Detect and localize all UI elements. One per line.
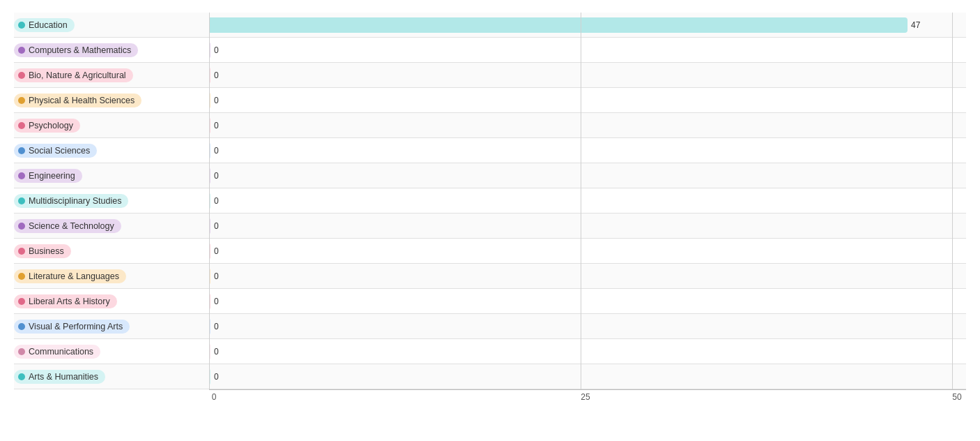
pill-dot (18, 373, 25, 380)
bar-fill (209, 269, 210, 284)
bar-label: Engineering (14, 169, 209, 183)
bar-fill (209, 17, 908, 33)
bar-container: 0 (209, 193, 966, 209)
bar-row: Social Sciences0 (14, 138, 966, 163)
pill-dot (18, 22, 25, 29)
bar-label: Psychology (14, 119, 209, 133)
bar-label-text: Communications (29, 347, 93, 357)
bar-fill (209, 369, 210, 384)
bar-fill (209, 143, 210, 158)
pill-dot (18, 223, 25, 230)
bar-row: Education47 (14, 13, 966, 38)
bar-label: Computers & Mathematics (14, 43, 209, 57)
bar-container: 0 (209, 244, 966, 259)
bar-label-text: Business (29, 246, 64, 256)
bar-container: 0 (209, 118, 966, 133)
bar-label-text: Science & Technology (29, 221, 114, 231)
bar-fill (209, 319, 210, 334)
pill-dot (18, 298, 25, 305)
bar-value-label: 0 (214, 271, 219, 281)
bar-row: Business0 (14, 239, 966, 264)
bar-label-text: Arts & Humanities (29, 372, 98, 382)
bar-row: Science & Technology0 (14, 214, 966, 239)
bar-label: Multidisciplinary Studies (14, 194, 209, 208)
bar-label-text: Liberal Arts & History (29, 297, 110, 306)
pill-dot (18, 348, 25, 355)
bar-value-label: 0 (214, 171, 219, 181)
x-tick: 25 (575, 392, 596, 402)
bar-container: 0 (209, 319, 966, 334)
bar-label-text: Social Sciences (29, 146, 90, 156)
bar-label-text: Bio, Nature & Agricultural (29, 70, 126, 80)
bar-label: Communications (14, 345, 209, 359)
bar-fill (209, 118, 210, 133)
bar-container: 0 (209, 143, 966, 158)
bar-container: 0 (209, 269, 966, 284)
bar-row: Literature & Languages0 (14, 264, 966, 289)
bar-row: Computers & Mathematics0 (14, 38, 966, 63)
bar-label-text: Psychology (29, 121, 73, 130)
bar-row: Engineering0 (14, 163, 966, 188)
bar-value-label: 0 (214, 246, 219, 256)
bar-row: Bio, Nature & Agricultural0 (14, 63, 966, 88)
bar-label-text: Multidisciplinary Studies (29, 196, 121, 206)
bar-row: Communications0 (14, 339, 966, 364)
bar-row: Visual & Performing Arts0 (14, 314, 966, 339)
pill-dot (18, 172, 25, 179)
bar-label: Physical & Health Sciences (14, 94, 209, 107)
bar-label: Arts & Humanities (14, 370, 209, 384)
bar-value-label: 0 (214, 347, 219, 357)
bar-label-text: Literature & Languages (29, 271, 119, 281)
bar-container: 0 (209, 43, 966, 58)
bar-label-text: Engineering (29, 171, 75, 181)
x-tick: 0 (204, 392, 224, 402)
pill-dot (18, 273, 25, 280)
bar-fill (209, 193, 210, 209)
bar-container: 0 (209, 93, 966, 108)
bar-label-text: Visual & Performing Arts (29, 322, 123, 331)
pill-dot (18, 147, 25, 154)
bar-label-text: Physical & Health Sciences (29, 96, 135, 105)
bar-value-label: 47 (911, 20, 920, 30)
bar-label-text: Education (29, 20, 68, 30)
pill-dot (18, 197, 25, 204)
bar-row: Arts & Humanities0 (14, 364, 966, 389)
bar-container: 0 (209, 344, 966, 359)
bar-fill (209, 168, 210, 184)
bar-fill (209, 294, 210, 309)
bar-value-label: 0 (214, 322, 219, 331)
bar-value-label: 0 (214, 45, 219, 55)
bar-value-label: 0 (214, 372, 219, 382)
bar-row: Multidisciplinary Studies0 (14, 188, 966, 214)
pill-dot (18, 122, 25, 129)
bar-value-label: 0 (214, 146, 219, 156)
bar-container: 0 (209, 68, 966, 83)
bar-value-label: 0 (214, 221, 219, 231)
bar-fill (209, 93, 210, 108)
x-axis: 02550 (209, 389, 966, 403)
bar-fill (209, 344, 210, 359)
bar-label: Science & Technology (14, 219, 209, 233)
x-tick: 50 (947, 392, 967, 402)
bar-row: Liberal Arts & History0 (14, 289, 966, 314)
bar-label: Education (14, 18, 209, 32)
bar-container: 0 (209, 218, 966, 234)
bar-label: Business (14, 244, 209, 258)
chart-area: Education47Computers & Mathematics0Bio, … (14, 13, 966, 389)
bar-fill (209, 68, 210, 83)
bar-container: 47 (209, 17, 966, 33)
pill-dot (18, 248, 25, 255)
bar-container: 0 (209, 294, 966, 309)
bar-value-label: 0 (214, 297, 219, 306)
pill-dot (18, 323, 25, 330)
bar-label: Liberal Arts & History (14, 294, 209, 308)
bar-container: 0 (209, 168, 966, 184)
bar-container: 0 (209, 369, 966, 384)
pill-dot (18, 97, 25, 104)
bar-fill (209, 244, 210, 259)
bar-label-text: Computers & Mathematics (29, 45, 131, 55)
bar-row: Psychology0 (14, 113, 966, 138)
bar-label: Literature & Languages (14, 269, 209, 283)
pill-dot (18, 47, 25, 54)
bar-value-label: 0 (214, 196, 219, 206)
